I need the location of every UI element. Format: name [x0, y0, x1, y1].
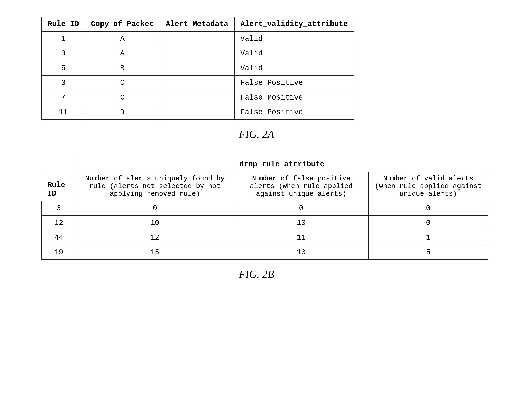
cell-rule-id: 5: [42, 61, 85, 75]
table-row: 5 B Valid: [42, 61, 354, 75]
cell-false-positive: 10: [234, 216, 369, 230]
table-2a-header-row: Rule ID Copy of Packet Alert Metadata Al…: [42, 17, 354, 31]
cell-valid-alerts: 0: [369, 201, 488, 216]
cell-rule-id: 3: [42, 46, 85, 61]
table-row: 3 C False Positive: [42, 75, 354, 90]
cell-valid-alerts: 1: [369, 230, 488, 245]
cell-unique-alerts: 0: [76, 201, 234, 216]
table-container-2b: drop_rule_attribute Rule ID Number of al…: [41, 157, 488, 260]
cell-alert-validity: False Positive: [234, 75, 354, 90]
cell-alert-metadata: [160, 90, 234, 105]
cell-rule-id: 1: [42, 31, 85, 46]
cell-rule-id: 7: [42, 90, 85, 105]
table-row: 12 10 10 0: [42, 216, 488, 230]
cell-alert-validity: Valid: [234, 46, 354, 61]
cell-copy-of-packet: B: [85, 61, 160, 75]
table-row: 44 12 11 1: [42, 230, 488, 245]
cell-alert-metadata: [160, 31, 234, 46]
page-content: Rule ID Copy of Packet Alert Metadata Al…: [0, 0, 513, 420]
col-header-false-positive: Number of false positive alerts (when ru…: [234, 172, 369, 201]
table-row: 19 15 10 5: [42, 245, 488, 260]
cell-alert-validity: False Positive: [234, 105, 354, 120]
cell-alert-validity: False Positive: [234, 90, 354, 105]
cell-rule-id: 12: [42, 216, 76, 230]
fig-2b-label: FIG. 2B: [239, 268, 274, 280]
cell-alert-metadata: [160, 75, 234, 90]
table-row: 3 A Valid: [42, 46, 354, 61]
cell-copy-of-packet: A: [85, 31, 160, 46]
cell-rule-id: 3: [42, 75, 85, 90]
cell-valid-alerts: 0: [369, 216, 488, 230]
col-header-alert-metadata: Alert Metadata: [160, 17, 234, 31]
empty-corner-cell: [42, 157, 76, 172]
cell-copy-of-packet: D: [85, 105, 160, 120]
cell-alert-validity: Valid: [234, 31, 354, 46]
cell-alert-metadata: [160, 61, 234, 75]
cell-false-positive: 11: [234, 230, 369, 245]
table-row: 3 0 0 0: [42, 201, 488, 216]
cell-unique-alerts: 12: [76, 230, 234, 245]
cell-unique-alerts: 15: [76, 245, 234, 260]
col-header-rule-id: Rule ID: [42, 17, 85, 31]
section-fig2a: Rule ID Copy of Packet Alert Metadata Al…: [25, 16, 488, 140]
table-row: 7 C False Positive: [42, 90, 354, 105]
cell-unique-alerts: 10: [76, 216, 234, 230]
cell-alert-metadata: [160, 46, 234, 61]
table-2a: Rule ID Copy of Packet Alert Metadata Al…: [41, 16, 354, 120]
fig-2a-label: FIG. 2A: [239, 128, 274, 140]
table-2b-subheader-row: Rule ID Number of alerts uniquely found …: [42, 172, 488, 201]
cell-alert-validity: Valid: [234, 61, 354, 75]
col-header-copy-of-packet: Copy of Packet: [85, 17, 160, 31]
col-header-alert-validity: Alert_validity_attribute: [234, 17, 354, 31]
cell-copy-of-packet: C: [85, 75, 160, 90]
section-fig2b: drop_rule_attribute Rule ID Number of al…: [25, 157, 488, 280]
cell-rule-id: 44: [42, 230, 76, 245]
cell-rule-id: 19: [42, 245, 76, 260]
cell-rule-id: 11: [42, 105, 85, 120]
table-row: 11 D False Positive: [42, 105, 354, 120]
cell-alert-metadata: [160, 105, 234, 120]
table-row: 1 A Valid: [42, 31, 354, 46]
cell-copy-of-packet: C: [85, 90, 160, 105]
cell-valid-alerts: 5: [369, 245, 488, 260]
table-2b-drop-rule-row: drop_rule_attribute: [42, 157, 488, 172]
cell-rule-id: 3: [42, 201, 76, 216]
cell-false-positive: 0: [234, 201, 369, 216]
col-header-valid-alerts: Number of valid alerts (when rule applie…: [369, 172, 488, 201]
table-2b: drop_rule_attribute Rule ID Number of al…: [41, 157, 488, 260]
table-container-2a: Rule ID Copy of Packet Alert Metadata Al…: [41, 16, 354, 120]
cell-false-positive: 10: [234, 245, 369, 260]
col-header-unique-alerts: Number of alerts uniquely found by rule …: [76, 172, 234, 201]
cell-copy-of-packet: A: [85, 46, 160, 61]
drop-rule-attribute-header: drop_rule_attribute: [76, 157, 488, 172]
col-header-rule-id-label: Rule ID: [42, 172, 76, 201]
